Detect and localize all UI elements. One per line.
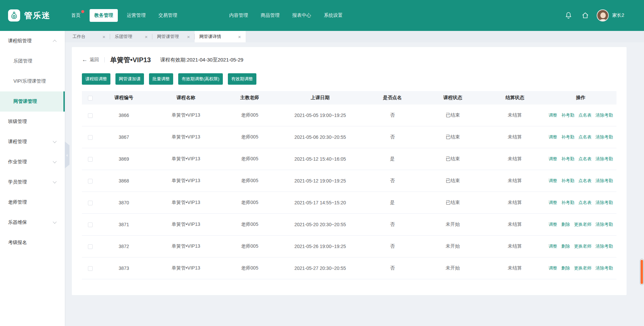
action-link-0[interactable]: 调整 [549,112,557,118]
action-link-3[interactable]: 清除考勤 [596,221,613,228]
sidebar-item-7[interactable]: 学员管理 [0,172,65,192]
action-link-0[interactable]: 调整 [549,156,557,162]
action-link-0[interactable]: 调整 [549,134,557,140]
top-navbar: 管乐迷 首页教务管理运营管理交易管理内容管理商品管理报表中心系统设置 家长2 [0,0,644,31]
tab-close-icon[interactable]: × [102,34,106,40]
table-row: 3873单簧管•VIP13老师0052021-05-27 20:30~20:55… [82,257,616,279]
nav-item-0[interactable]: 首页 [71,12,81,18]
action-link-3[interactable]: 清除考勤 [596,134,613,140]
cell-rollcall: 否 [364,243,421,249]
action-link-3[interactable]: 清除考勤 [596,112,613,118]
action-link-1[interactable]: 补考勤 [561,112,575,118]
table-row: 3866单簧管•VIP13老师0052021-05-05 19:00~19:25… [82,105,616,126]
cell-settlement: 未结算 [485,156,545,162]
action-button-2[interactable]: 批量调整 [149,73,173,85]
user-avatar[interactable] [597,9,609,22]
home-icon[interactable] [581,11,589,19]
action-link-3[interactable]: 清除考勤 [596,265,613,271]
action-link-1[interactable]: 补考勤 [561,156,575,162]
action-link-1[interactable]: 删除 [561,221,570,228]
action-link-2[interactable]: 点名表 [579,200,592,206]
tab-close-icon[interactable]: × [144,34,148,40]
header-checkbox-cell [82,95,99,100]
action-link-3[interactable]: 清除考勤 [596,178,613,184]
tab-close-icon[interactable]: × [186,34,191,40]
row-checkbox[interactable] [88,179,93,184]
action-link-3[interactable]: 清除考勤 [596,200,613,206]
sidebar-item-6[interactable]: 作业管理 [0,152,65,172]
bell-icon[interactable] [564,11,573,19]
row-checkbox-cell [82,156,99,162]
row-checkbox[interactable] [88,157,93,162]
sidebar-item-0[interactable]: 课程组管理 [0,31,65,51]
tab-0[interactable]: 工作台× [68,31,110,42]
sidebar-item-4[interactable]: 班级管理 [0,112,65,132]
cell-date: 2021-05-20 20:30~20:55 [277,222,364,227]
cell-rollcall: 否 [364,265,421,271]
action-link-2[interactable]: 点名表 [579,156,592,162]
action-button-1[interactable]: 网管课加课 [115,73,144,85]
nav-item-7[interactable]: 系统设置 [324,12,343,18]
cell-settlement: 未结算 [485,178,545,184]
row-checkbox[interactable] [88,222,93,227]
cell-date: 2021-05-05 19:00~19:25 [277,113,364,118]
sidebar-item-1[interactable]: 乐团管理 [0,51,65,71]
action-link-2[interactable]: 点名表 [579,134,592,140]
sidebar-item-10[interactable]: 考级报名 [0,233,65,253]
nav-item-3[interactable]: 交易管理 [158,12,177,18]
nav-item-5[interactable]: 商品管理 [261,12,280,18]
user-name[interactable]: 家长2 [612,12,624,18]
sidebar-item-9[interactable]: 乐器维保 [0,212,65,233]
action-link-0[interactable]: 调整 [549,178,557,184]
action-link-2[interactable]: 更换老师 [574,243,592,249]
action-button-3[interactable]: 有效期调整(高权限) [178,73,223,85]
sidebar-item-5[interactable]: 课程管理 [0,132,65,152]
action-button-0[interactable]: 课程组调整 [82,73,110,85]
row-actions: 调整补考勤点名表清除考勤 [545,112,616,118]
action-link-2[interactable]: 点名表 [579,112,592,118]
row-checkbox[interactable] [88,244,93,249]
action-link-2[interactable]: 更换老师 [574,265,592,271]
action-link-0[interactable]: 调整 [549,243,557,249]
sidebar-item-2[interactable]: VIP/乐理课管理 [0,71,65,91]
action-link-1[interactable]: 补考勤 [561,134,575,140]
sidebar-item-8[interactable]: 老师管理 [0,192,65,212]
action-link-0[interactable]: 调整 [549,200,557,206]
tab-3[interactable]: 网管课详情× [195,31,246,42]
nav-item-label: 报表中心 [292,12,311,18]
action-link-2[interactable]: 点名表 [579,178,592,184]
row-checkbox[interactable] [88,201,93,205]
cell-status: 已结束 [421,156,485,162]
sidebar-item-3[interactable]: 网管课管理 [0,91,65,112]
nav-item-4[interactable]: 内容管理 [229,12,248,18]
row-checkbox[interactable] [88,266,93,271]
nav-item-1[interactable]: 教务管理 [90,9,118,22]
tab-1[interactable]: 乐团管理× [110,31,152,42]
back-button[interactable]: ← 返回 [82,56,99,63]
cell-rollcall: 否 [364,112,421,118]
action-link-1[interactable]: 删除 [561,265,570,271]
action-link-2[interactable]: 更换老师 [574,221,592,228]
action-link-1[interactable]: 删除 [561,243,570,249]
cell-id: 3872 [99,244,149,249]
page-scrollbar-thumb[interactable] [641,260,643,284]
row-checkbox[interactable] [88,113,93,118]
action-link-0[interactable]: 调整 [549,265,557,271]
cell-name: 单簧管•VIP13 [149,221,223,228]
sidebar-collapse-handle[interactable]: ‹ [65,141,69,168]
action-link-3[interactable]: 清除考勤 [596,243,613,249]
cell-date: 2021-05-12 19:00~19:25 [277,178,364,184]
action-link-1[interactable]: 补考勤 [561,178,575,184]
action-link-1[interactable]: 补考勤 [561,200,575,206]
row-checkbox[interactable] [88,135,93,140]
tab-close-icon[interactable]: × [237,34,242,40]
cell-rollcall: 否 [364,178,421,184]
select-all-checkbox[interactable] [88,96,93,100]
action-link-0[interactable]: 调整 [549,221,557,228]
action-button-4[interactable]: 有效期调整 [228,73,256,85]
nav-item-label: 教务管理 [94,12,113,18]
nav-item-6[interactable]: 报表中心 [292,12,311,18]
action-link-3[interactable]: 清除考勤 [596,156,613,162]
nav-item-2[interactable]: 运营管理 [127,12,146,18]
tab-2[interactable]: 网管课管理× [152,31,195,42]
